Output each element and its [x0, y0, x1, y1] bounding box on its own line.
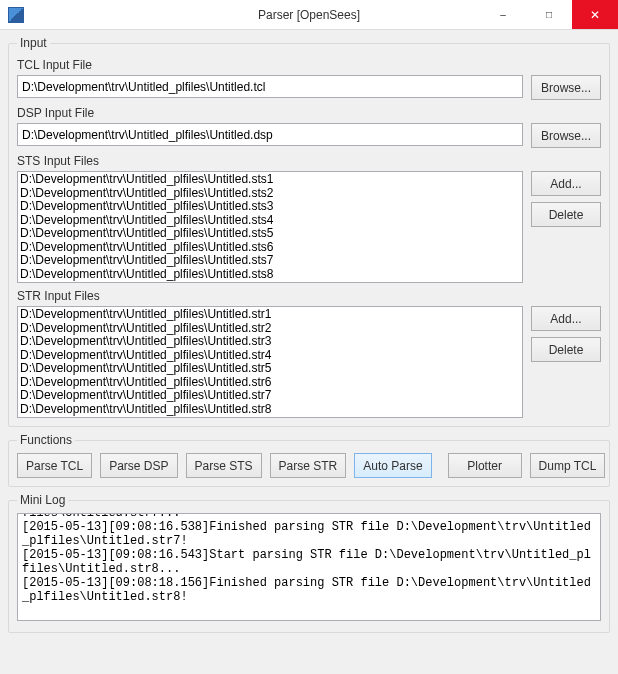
list-item[interactable]: D:\Development\trv\Untitled_plfiles\Unti… — [20, 173, 520, 187]
list-item[interactable]: D:\Development\trv\Untitled_plfiles\Unti… — [20, 389, 520, 403]
list-item[interactable]: D:\Development\trv\Untitled_plfiles\Unti… — [20, 227, 520, 241]
list-item[interactable]: D:\Development\trv\Untitled_plfiles\Unti… — [20, 254, 520, 268]
auto-parse-button[interactable]: Auto Parse — [354, 453, 431, 478]
parse-tcl-button[interactable]: Parse TCL — [17, 453, 92, 478]
functions-legend: Functions — [17, 433, 75, 447]
list-item[interactable]: D:\Development\trv\Untitled_plfiles\Unti… — [20, 200, 520, 214]
str-delete-button[interactable]: Delete — [531, 337, 601, 362]
maximize-button[interactable]: □ — [526, 0, 572, 29]
list-item[interactable]: D:\Development\trv\Untitled_plfiles\Unti… — [20, 268, 520, 282]
list-item[interactable]: D:\Development\trv\Untitled_plfiles\Unti… — [20, 362, 520, 376]
parse-dsp-button[interactable]: Parse DSP — [100, 453, 177, 478]
window-controls: – □ ✕ — [480, 0, 618, 29]
input-group: Input TCL Input File Browse... DSP Input… — [8, 36, 610, 427]
log-legend: Mini Log — [17, 493, 68, 507]
sts-listbox[interactable]: D:\Development\trv\Untitled_plfiles\Unti… — [17, 171, 523, 283]
dsp-input[interactable] — [17, 123, 523, 146]
tcl-input[interactable] — [17, 75, 523, 98]
dump-tcl-button[interactable]: Dump TCL — [530, 453, 606, 478]
str-listbox[interactable]: D:\Development\trv\Untitled_plfiles\Unti… — [17, 306, 523, 418]
dsp-browse-button[interactable]: Browse... — [531, 123, 601, 148]
log-group: Mini Log — [8, 493, 610, 633]
list-item[interactable]: D:\Development\trv\Untitled_plfiles\Unti… — [20, 322, 520, 336]
list-item[interactable]: D:\Development\trv\Untitled_plfiles\Unti… — [20, 349, 520, 363]
minimize-button[interactable]: – — [480, 0, 526, 29]
sts-add-button[interactable]: Add... — [531, 171, 601, 196]
tcl-label: TCL Input File — [17, 58, 601, 72]
tcl-browse-button[interactable]: Browse... — [531, 75, 601, 100]
list-item[interactable]: D:\Development\trv\Untitled_plfiles\Unti… — [20, 214, 520, 228]
log-textarea[interactable] — [17, 513, 601, 621]
close-button[interactable]: ✕ — [572, 0, 618, 29]
list-item[interactable]: D:\Development\trv\Untitled_plfiles\Unti… — [20, 403, 520, 417]
app-icon — [8, 7, 24, 23]
parse-str-button[interactable]: Parse STR — [270, 453, 347, 478]
str-add-button[interactable]: Add... — [531, 306, 601, 331]
sts-delete-button[interactable]: Delete — [531, 202, 601, 227]
sts-label: STS Input Files — [17, 154, 601, 168]
list-item[interactable]: D:\Development\trv\Untitled_plfiles\Unti… — [20, 376, 520, 390]
functions-group: Functions Parse TCL Parse DSP Parse STS … — [8, 433, 610, 487]
list-item[interactable]: D:\Development\trv\Untitled_plfiles\Unti… — [20, 187, 520, 201]
titlebar[interactable]: Parser [OpenSees] – □ ✕ — [0, 0, 618, 30]
dsp-label: DSP Input File — [17, 106, 601, 120]
list-item[interactable]: D:\Development\trv\Untitled_plfiles\Unti… — [20, 335, 520, 349]
list-item[interactable]: D:\Development\trv\Untitled_plfiles\Unti… — [20, 308, 520, 322]
list-item[interactable]: D:\Development\trv\Untitled_plfiles\Unti… — [20, 241, 520, 255]
str-label: STR Input Files — [17, 289, 601, 303]
plotter-button[interactable]: Plotter — [448, 453, 522, 478]
input-legend: Input — [17, 36, 50, 50]
parse-sts-button[interactable]: Parse STS — [186, 453, 262, 478]
